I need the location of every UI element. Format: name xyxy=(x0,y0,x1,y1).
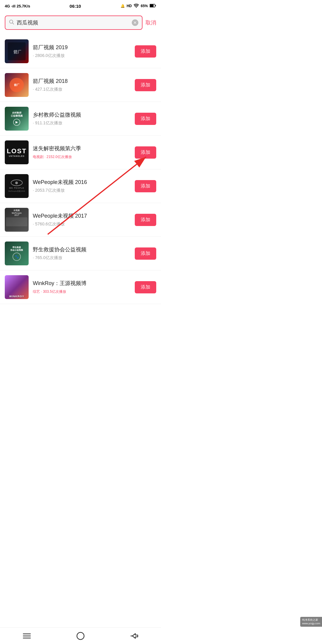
item-title-1: 箭厂视频 2019 xyxy=(33,44,131,51)
battery-label: 65% xyxy=(141,4,148,8)
list-item: WINKROY WinkRoy：王源视频博 综艺 · 303.5亿次播放 添加 xyxy=(0,270,161,304)
item-info-5: WePeople未视频 2016 · 2053.7亿次播放 xyxy=(33,179,131,193)
add-button-5[interactable]: 添加 xyxy=(135,180,156,192)
list-item: LOST UNTANGLED 迷失解密视频第六季 电视剧 · 2152.0亿次播… xyxy=(0,136,161,169)
list-item: 未视频WePeople2017 WePeople未视频 2017 · 5760.… xyxy=(0,203,161,237)
item-info-8: WinkRoy：王源视频博 综艺 · 303.5亿次播放 xyxy=(33,280,131,294)
add-button-6[interactable]: 添加 xyxy=(135,214,156,226)
item-info-6: WePeople未视频 2017 · 5760.6亿次播放 xyxy=(33,213,131,227)
item-title-7: 野生救援协会公益视频 xyxy=(33,246,131,253)
item-tag-4: 电视剧 · xyxy=(33,155,47,159)
add-button-4[interactable]: 添加 xyxy=(135,146,156,159)
item-title-2: 箭厂视频 2018 xyxy=(33,78,131,85)
item-subtitle-5: · 2053.7亿次播放 xyxy=(33,188,131,193)
item-info-4: 迷失解密视频第六季 电视剧 · 2152.0亿次播放 xyxy=(33,145,131,159)
item-subtitle-8: 综艺 · 303.5亿次播放 xyxy=(33,289,131,294)
list-item: 箭厂 箭厂视频 2019 · 2806.0亿次播放 添加 xyxy=(0,35,161,68)
thumbnail-1: 箭厂 xyxy=(5,39,29,63)
thumbnail-7: 野生救援协会公益视频 🐾 xyxy=(5,242,29,265)
svg-text:箭厂: 箭厂 xyxy=(13,49,21,54)
item-info-7: 野生救援协会公益视频 · 765.0亿次播放 xyxy=(33,246,131,260)
bell-icon: 🔔 xyxy=(120,4,125,8)
item-subtitle-2: · 427.1亿次播放 xyxy=(33,87,131,92)
thumbnail-6: 未视频WePeople2017 xyxy=(5,208,29,232)
speed-label: 25.7K/s xyxy=(17,4,30,8)
item-subtitle-4: 电视剧 · 2152.0亿次播放 xyxy=(33,154,131,160)
thumbnail-5: WE PEOPLE WePeople总监-2016 xyxy=(5,174,29,198)
search-box[interactable]: 西瓜视频 ✕ xyxy=(5,16,143,30)
svg-rect-2 xyxy=(155,5,156,6)
item-plays-8: 303.5亿次播放 xyxy=(43,290,66,294)
list-item: 乡村教师公益微视频 ▶ 乡村教师公益微视频 · 911.1亿次播放 添加 xyxy=(0,102,161,136)
item-info-2: 箭厂视频 2018 · 427.1亿次播放 xyxy=(33,78,131,92)
svg-line-4 xyxy=(13,23,14,24)
item-subtitle-6: · 5760.6亿次播放 xyxy=(33,222,131,227)
results-list: 箭厂 箭厂视频 2019 · 2806.0亿次播放 添加 箭厂 箭厂视频 201… xyxy=(0,33,161,305)
status-left: 4G ·ıll 25.7K/s xyxy=(5,4,30,8)
thumbnail-8: WINKROY xyxy=(5,275,29,299)
item-plays-4: 2152.0亿次播放 xyxy=(47,155,72,159)
list-item: WE PEOPLE WePeople总监-2016 WePeople未视频 20… xyxy=(0,169,161,203)
search-icon xyxy=(9,19,14,26)
svg-rect-1 xyxy=(150,4,154,7)
item-tag-8: 综艺 · xyxy=(33,290,43,294)
hd-label: HD xyxy=(127,4,132,8)
list-item: 野生救援协会公益视频 🐾 野生救援协会公益视频 · 765.0亿次播放 添加 xyxy=(0,237,161,270)
signal-label: 4G xyxy=(5,4,10,8)
cancel-button[interactable]: 取消 xyxy=(145,19,156,26)
wifi-icon xyxy=(134,4,139,9)
signal-bars: ·ıll xyxy=(11,4,15,8)
item-info-3: 乡村教师公益微视频 · 911.1亿次播放 xyxy=(33,112,131,126)
status-right: 🔔 HD 65% xyxy=(120,4,156,9)
lost-title-text: LOST xyxy=(7,148,27,154)
search-input[interactable]: 西瓜视频 xyxy=(17,19,129,26)
item-title-4: 迷失解密视频第六季 xyxy=(33,145,131,152)
item-subtitle-3: · 911.1亿次播放 xyxy=(33,120,131,126)
add-button-7[interactable]: 添加 xyxy=(135,247,156,260)
battery-icon xyxy=(150,4,156,8)
item-title-3: 乡村教师公益微视频 xyxy=(33,112,131,118)
thumbnail-4: LOST UNTANGLED xyxy=(5,140,29,164)
item-subtitle-1: · 2806.0亿次播放 xyxy=(33,53,131,58)
search-clear-button[interactable]: ✕ xyxy=(132,19,138,26)
item-subtitle-7: · 765.0亿次播放 xyxy=(33,255,131,261)
thumbnail-2: 箭厂 xyxy=(5,73,29,97)
list-item: 箭厂 箭厂视频 2018 · 427.1亿次播放 添加 xyxy=(0,68,161,102)
time-label: 06:10 xyxy=(69,4,81,9)
item-title-6: WePeople未视频 2017 xyxy=(33,213,131,219)
add-button-1[interactable]: 添加 xyxy=(135,45,156,58)
item-info-1: 箭厂视频 2019 · 2806.0亿次播放 xyxy=(33,44,131,58)
add-button-3[interactable]: 添加 xyxy=(135,113,156,125)
add-button-2[interactable]: 添加 xyxy=(135,79,156,91)
search-container: 西瓜视频 ✕ 取消 xyxy=(0,12,161,33)
thumbnail-3: 乡村教师公益微视频 ▶ xyxy=(5,107,29,131)
add-button-8[interactable]: 添加 xyxy=(135,281,156,293)
untangled-text: UNTANGLED xyxy=(9,155,24,157)
status-bar: 4G ·ıll 25.7K/s 06:10 🔔 HD 65% xyxy=(0,0,161,12)
item-title-8: WinkRoy：王源视频博 xyxy=(33,280,131,287)
item-title-5: WePeople未视频 2016 xyxy=(33,179,131,186)
